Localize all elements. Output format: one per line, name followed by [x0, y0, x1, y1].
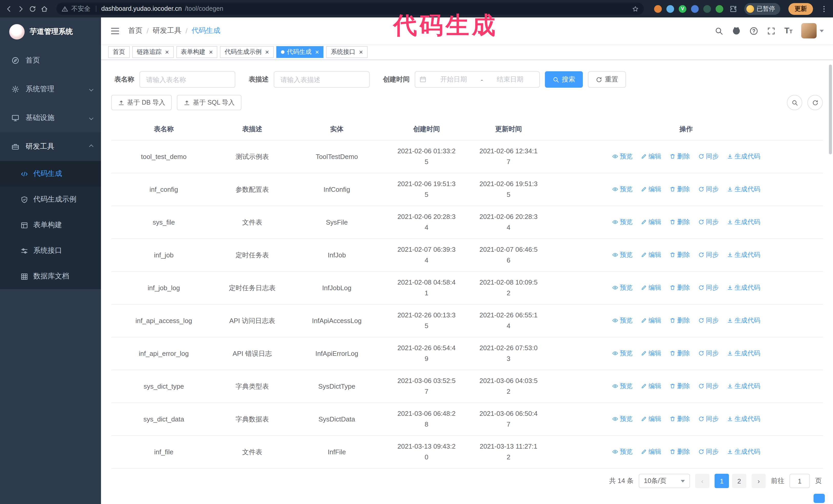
action-生成代码[interactable]: 生成代码	[727, 282, 760, 293]
tab-close-icon[interactable]: ×	[209, 48, 213, 55]
action-生成代码[interactable]: 生成代码	[727, 413, 760, 424]
action-生成代码[interactable]: 生成代码	[727, 150, 760, 162]
help-icon[interactable]	[749, 26, 758, 35]
action-编辑[interactable]: 编辑	[641, 347, 661, 359]
action-预览[interactable]: 预览	[612, 315, 633, 326]
bookmark-star-icon[interactable]	[632, 5, 639, 12]
action-生成代码[interactable]: 生成代码	[727, 315, 760, 326]
extension-icon[interactable]	[654, 5, 662, 13]
browser-menu-icon[interactable]	[820, 5, 828, 13]
action-编辑[interactable]: 编辑	[641, 282, 661, 293]
action-预览[interactable]: 预览	[612, 413, 633, 424]
action-删除[interactable]: 删除	[669, 216, 690, 227]
action-编辑[interactable]: 编辑	[641, 446, 661, 457]
action-编辑[interactable]: 编辑	[641, 380, 661, 391]
action-编辑[interactable]: 编辑	[641, 249, 661, 260]
action-预览[interactable]: 预览	[612, 380, 633, 391]
breadcrumb-item[interactable]: 首页	[128, 26, 143, 35]
tab-链路追踪[interactable]: 链路追踪×	[132, 46, 173, 58]
extension-icon[interactable]	[691, 5, 699, 13]
action-生成代码[interactable]: 生成代码	[727, 249, 760, 260]
action-删除[interactable]: 删除	[669, 380, 690, 391]
font-size-icon[interactable]: TT	[784, 26, 792, 35]
user-menu[interactable]	[801, 23, 824, 39]
action-同步[interactable]: 同步	[698, 380, 719, 391]
sidebar-subitem-代码生成[interactable]: 代码生成	[0, 161, 101, 187]
security-warning-icon[interactable]	[62, 5, 68, 12]
action-同步[interactable]: 同步	[698, 282, 719, 293]
app-logo[interactable]: 芋道管理系统	[0, 18, 101, 46]
action-删除[interactable]: 删除	[669, 446, 690, 457]
action-删除[interactable]: 删除	[669, 249, 690, 260]
page-button-1[interactable]: 1	[715, 474, 729, 488]
action-生成代码[interactable]: 生成代码	[727, 380, 760, 391]
action-同步[interactable]: 同步	[698, 183, 719, 195]
sidebar-item-首页[interactable]: 首页	[0, 46, 101, 75]
action-同步[interactable]: 同步	[698, 216, 719, 227]
action-预览[interactable]: 预览	[612, 183, 633, 195]
sidebar-subitem-代码生成示例[interactable]: 代码生成示例	[0, 187, 101, 212]
action-预览[interactable]: 预览	[612, 216, 633, 227]
action-编辑[interactable]: 编辑	[641, 413, 661, 424]
sidebar-subitem-数据库文档[interactable]: 数据库文档	[0, 264, 101, 289]
next-page-button[interactable]: ›	[752, 474, 766, 488]
action-生成代码[interactable]: 生成代码	[727, 216, 760, 227]
action-同步[interactable]: 同步	[698, 150, 719, 162]
prev-page-button[interactable]: ‹	[695, 474, 710, 488]
action-编辑[interactable]: 编辑	[641, 183, 661, 195]
browser-forward-icon[interactable]	[17, 5, 25, 13]
sidebar-subitem-系统接口[interactable]: 系统接口	[0, 238, 101, 264]
action-预览[interactable]: 预览	[612, 347, 633, 359]
action-预览[interactable]: 预览	[612, 446, 633, 457]
tab-close-icon[interactable]: ×	[165, 48, 169, 55]
tab-首页[interactable]: 首页	[108, 46, 130, 58]
reset-button[interactable]: 重置	[588, 71, 626, 88]
action-同步[interactable]: 同步	[698, 249, 719, 260]
tab-代码生成示例[interactable]: 代码生成示例×	[220, 46, 273, 58]
sidebar-item-研发工具[interactable]: 研发工具	[0, 132, 101, 161]
address-bar[interactable]: 不安全 dashboard.yudao.iocoder.cn/tool/code…	[56, 3, 644, 15]
extension-icon[interactable]	[703, 5, 711, 13]
action-编辑[interactable]: 编辑	[641, 150, 661, 162]
table-desc-input[interactable]	[274, 71, 370, 88]
sidebar-item-基础设施[interactable]: 基础设施	[0, 103, 101, 132]
action-删除[interactable]: 删除	[669, 150, 690, 162]
tab-系统接口[interactable]: 系统接口×	[326, 46, 367, 58]
action-同步[interactable]: 同步	[698, 446, 719, 457]
refresh-button[interactable]	[807, 95, 823, 110]
action-编辑[interactable]: 编辑	[641, 216, 661, 227]
action-删除[interactable]: 删除	[669, 183, 690, 195]
action-删除[interactable]: 删除	[669, 282, 690, 293]
float-button[interactable]	[813, 494, 825, 503]
extension-icon[interactable]: V	[679, 5, 686, 13]
header-search-icon[interactable]	[715, 26, 723, 35]
action-预览[interactable]: 预览	[612, 249, 633, 260]
profile-paused-badge[interactable]: 已暂停	[744, 3, 780, 15]
browser-reload-icon[interactable]	[29, 5, 37, 13]
sidebar-item-系统管理[interactable]: 系统管理	[0, 75, 101, 103]
extension-icon[interactable]	[716, 5, 723, 13]
action-删除[interactable]: 删除	[669, 347, 690, 359]
breadcrumb-item[interactable]: 研发工具	[153, 26, 182, 35]
scrollbar-thumb[interactable]	[829, 65, 832, 154]
tab-表单构建[interactable]: 表单构建×	[176, 46, 217, 58]
page-button-2[interactable]: 2	[732, 474, 746, 488]
import-db-button[interactable]: 基于 DB 导入	[111, 95, 172, 110]
table-name-input[interactable]	[139, 71, 235, 88]
fullscreen-icon[interactable]	[767, 26, 776, 35]
action-预览[interactable]: 预览	[612, 150, 633, 162]
action-编辑[interactable]: 编辑	[641, 315, 661, 326]
toggle-search-button[interactable]	[787, 95, 802, 110]
action-生成代码[interactable]: 生成代码	[727, 183, 760, 195]
action-同步[interactable]: 同步	[698, 315, 719, 326]
action-生成代码[interactable]: 生成代码	[727, 446, 760, 457]
tab-close-icon[interactable]: ×	[315, 48, 319, 55]
action-生成代码[interactable]: 生成代码	[727, 347, 760, 359]
search-button[interactable]: 搜索	[545, 71, 583, 88]
browser-update-button[interactable]: 更新	[788, 3, 813, 15]
github-icon[interactable]	[732, 26, 741, 35]
browser-back-icon[interactable]	[5, 5, 13, 13]
action-删除[interactable]: 删除	[669, 315, 690, 326]
action-删除[interactable]: 删除	[669, 413, 690, 424]
action-同步[interactable]: 同步	[698, 347, 719, 359]
